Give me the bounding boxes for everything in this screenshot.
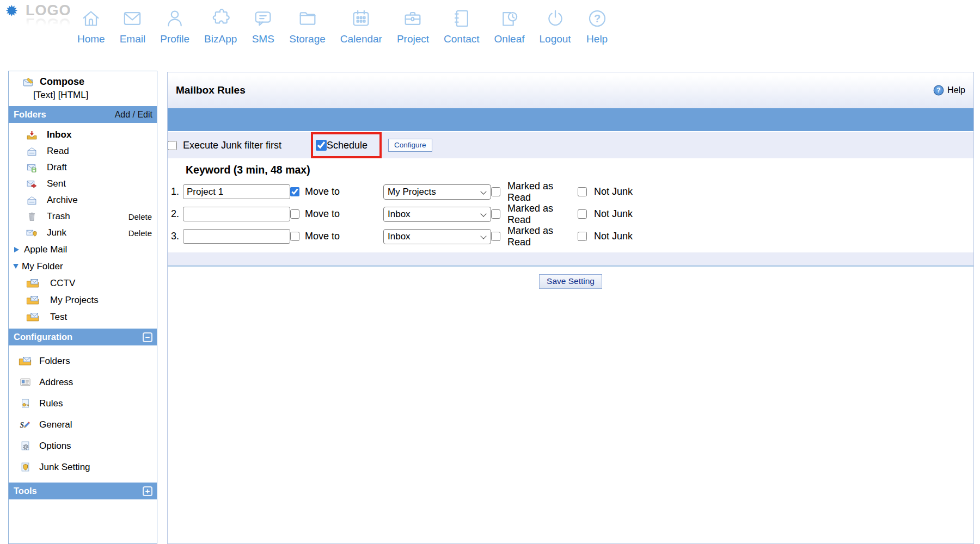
folders-section-header: Folders Add / Edit [9, 106, 157, 123]
nav-item-profile[interactable]: Profile [160, 8, 189, 45]
compose-html-link[interactable]: [HTML] [58, 90, 89, 101]
folder-label: Inbox [47, 129, 71, 140]
not-junk-checkbox[interactable] [578, 232, 587, 241]
config-label: General [39, 419, 72, 430]
config-item-general[interactable]: S General [9, 414, 157, 435]
config-label: Rules [39, 398, 63, 409]
nav-item-calendar[interactable]: Calendar [340, 8, 382, 45]
keyword-input[interactable] [183, 229, 290, 244]
power-icon [544, 8, 567, 29]
config-item-folders[interactable]: Folders [9, 350, 157, 372]
tree-item-my-folder[interactable]: My Folder [9, 258, 157, 275]
trash-icon [25, 212, 38, 221]
nav-item-contact[interactable]: Contact [444, 8, 479, 45]
nav-item-onleaf[interactable]: Onleaf [494, 8, 525, 45]
subfolder-label: My Projects [50, 295, 99, 306]
trash-delete-link[interactable]: Delete [128, 212, 152, 221]
configuration-list: Folders Address Rules [9, 345, 157, 483]
calendar-icon [350, 8, 372, 29]
rule-number: 2. [168, 208, 179, 220]
keyword-input[interactable] [183, 184, 290, 199]
tools-section-header: Tools + [9, 483, 157, 499]
rule-number: 3. [168, 231, 179, 242]
nav-item-logout[interactable]: Logout [540, 8, 571, 45]
nav-label: Storage [289, 33, 326, 45]
marked-as-read-label: Marked as Read [507, 225, 578, 248]
config-label: Options [39, 441, 71, 452]
key-document-icon [19, 399, 32, 408]
add-edit-link[interactable]: Add / Edit [115, 110, 152, 120]
help-link[interactable]: ? Help [933, 85, 965, 96]
nav-label: BizApp [204, 33, 237, 45]
config-item-address[interactable]: Address [9, 372, 157, 393]
move-to-checkbox[interactable] [290, 187, 299, 196]
execute-junk-filter-checkbox[interactable] [168, 141, 177, 150]
folder-label: Archive [47, 195, 78, 206]
starburst-icon [5, 4, 18, 17]
nav-label: Email [120, 33, 146, 45]
keyword-input[interactable] [183, 207, 290, 221]
folder-select[interactable]: Inbox [383, 229, 491, 244]
compose-label: Compose [40, 76, 84, 88]
nav-item-help[interactable]: ? Help [586, 8, 609, 45]
folder-item-junk[interactable]: Junk Delete [9, 225, 157, 241]
folder-item-archive[interactable]: Archive [9, 192, 157, 208]
nav-item-sms[interactable]: SMS [252, 8, 274, 45]
rule-row: 2. Move to Inbox Marked as Read Not Junk [168, 203, 973, 225]
configure-button[interactable]: Configure [388, 139, 432, 152]
chevron-right-icon [14, 247, 19, 252]
marked-as-read-checkbox[interactable] [491, 209, 500, 219]
subfolder-item-cctv[interactable]: CCTV [9, 275, 157, 292]
folder-select[interactable]: Inbox [383, 207, 491, 222]
logo-reflection: LOGO [26, 17, 71, 29]
folder-list: Inbox Read Draft [9, 123, 157, 329]
nav-item-bizapp[interactable]: BizApp [204, 8, 237, 45]
save-setting-button[interactable]: Save Setting [539, 274, 602, 289]
folder-mail-icon [19, 356, 32, 366]
signature-pencil-icon: S [19, 420, 32, 429]
folder-item-read[interactable]: Read [9, 143, 157, 159]
expand-icon[interactable]: + [143, 486, 152, 496]
junk-delete-link[interactable]: Delete [128, 228, 152, 238]
folder-item-trash[interactable]: Trash Delete [9, 208, 157, 225]
rule-row: 3. Move to Inbox Marked as Read Not Junk [168, 225, 973, 248]
sent-icon [25, 180, 38, 189]
rules-list: 1. Move to My Projects Marked as Read No… [168, 178, 973, 248]
subfolder-item-test[interactable]: Test [9, 308, 157, 325]
config-item-options[interactable]: Options [9, 435, 157, 456]
config-item-junk-setting[interactable]: Junk Setting [9, 456, 157, 478]
rule-row: 1. Move to My Projects Marked as Read No… [168, 181, 973, 203]
main-header: Mailbox Rules ? Help [168, 72, 973, 108]
tree-item-apple-mail[interactable]: Apple Mail [9, 241, 157, 258]
nav-item-home[interactable]: Home [77, 8, 105, 45]
inbox-icon [25, 131, 38, 140]
nav-label: Onleaf [494, 33, 525, 45]
subfolder-label: CCTV [50, 278, 75, 289]
folder-item-draft[interactable]: Draft [9, 159, 157, 176]
folder-select[interactable]: My Projects [383, 184, 491, 200]
schedule-highlight-box: Schedule [311, 132, 382, 158]
config-label: Address [39, 377, 73, 388]
marked-as-read-checkbox[interactable] [491, 187, 500, 196]
folder-label: Sent [47, 178, 66, 189]
nav-label: Home [77, 33, 105, 45]
config-item-rules[interactable]: Rules [9, 393, 157, 414]
folder-item-inbox[interactable]: Inbox [9, 127, 157, 143]
help-label: Help [947, 85, 965, 95]
schedule-checkbox[interactable] [316, 140, 327, 151]
nav-item-email[interactable]: Email [120, 8, 146, 45]
nav-item-project[interactable]: Project [397, 8, 429, 45]
logo-text: LOGO [26, 4, 71, 17]
move-to-checkbox[interactable] [290, 209, 299, 219]
not-junk-checkbox[interactable] [578, 209, 587, 219]
move-to-checkbox[interactable] [290, 232, 299, 241]
marked-as-read-checkbox[interactable] [491, 232, 500, 241]
not-junk-checkbox[interactable] [578, 187, 587, 196]
compose-text-link[interactable]: [Text] [33, 90, 56, 101]
subfolder-item-my-projects[interactable]: My Projects [9, 292, 157, 308]
compose-link[interactable]: Compose [9, 76, 157, 88]
collapse-icon[interactable]: − [143, 332, 152, 342]
nav-item-storage[interactable]: Storage [289, 8, 326, 45]
compose-block: Compose [Text] [HTML] [9, 71, 157, 106]
folder-item-sent[interactable]: Sent [9, 176, 157, 192]
